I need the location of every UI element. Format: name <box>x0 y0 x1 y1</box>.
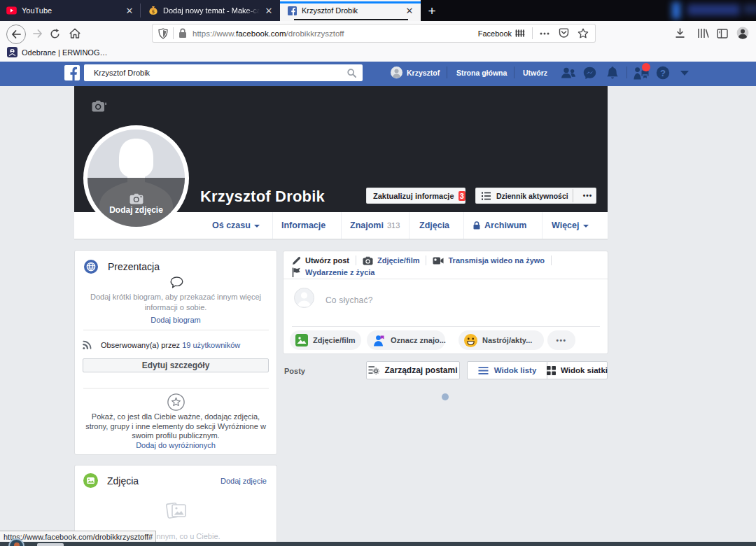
list-view-button[interactable]: Widok listy <box>467 361 547 379</box>
header-home-link[interactable]: Strona główna <box>456 69 507 77</box>
speech-bubble-icon <box>169 276 183 288</box>
search-icon[interactable] <box>347 69 356 78</box>
composer-tab-photo-video[interactable]: Zdjęcie/film <box>363 255 420 265</box>
help-icon[interactable]: ? <box>656 66 670 80</box>
composer-tab-life-event[interactable]: Wydarzenie z życia <box>292 267 374 277</box>
followers-row: Obserwowany(a) przez 19 użytkowników <box>82 340 240 350</box>
header-avatar[interactable] <box>391 66 402 78</box>
update-info-button[interactable]: Zaktualizuj informacje 3 <box>366 188 465 204</box>
url-text: https://www.facebook.com/drobikkrzysztof… <box>192 29 344 38</box>
activity-log-icon <box>482 192 491 200</box>
tab-friends[interactable]: Znajomi 313 <box>350 212 400 239</box>
messenger-icon[interactable] <box>583 66 596 80</box>
grid-view-label: Widok siatki <box>561 366 608 374</box>
tab-youtube[interactable]: YouTube ✕ <box>0 0 141 21</box>
cover-camera-icon[interactable] <box>92 99 106 112</box>
composer-separator <box>551 255 552 265</box>
pill-label: Nastrój/akty... <box>482 336 532 344</box>
add-featured-link[interactable]: Dodaj do wyróżnionych <box>75 441 276 449</box>
photos-card-header: Zdjęcia <box>83 473 139 488</box>
browser-tab-strip: YouTube ✕ $ Dodaj nowy temat - Make-cash… <box>0 0 756 21</box>
pocket-icon[interactable] <box>559 28 569 38</box>
add-photo-label[interactable]: Dodaj zdjęcie <box>88 205 185 215</box>
tab-label: Informacje <box>281 220 326 230</box>
grid-view-button[interactable]: Widok siatki <box>547 361 608 379</box>
composer-tab-live-video[interactable]: Transmisja wideo na żywo <box>433 255 545 265</box>
container-label: Facebook <box>478 29 512 38</box>
tab-label: Archiwum <box>484 220 526 230</box>
notifications-bell-icon[interactable] <box>606 66 620 80</box>
pill-more-options[interactable]: ••• <box>547 330 575 350</box>
tab-close-icon[interactable]: ✕ <box>125 6 134 16</box>
nav-separator <box>272 212 273 239</box>
followed-prefix: Obserwowany(a) przez <box>101 341 182 349</box>
facebook-logo[interactable] <box>64 65 80 80</box>
activity-log-button[interactable]: Dziennik aktywności ••• <box>475 188 596 204</box>
tab-title: YouTube <box>22 6 120 15</box>
url-bar[interactable]: https://www.facebook.com/drobikkrzysztof… <box>153 24 595 42</box>
nav-separator <box>341 212 342 239</box>
page-actions-icon[interactable] <box>540 32 550 35</box>
downloads-icon[interactable] <box>673 27 687 40</box>
add-photo-link[interactable]: Dodaj zdjęcie <box>220 477 267 485</box>
intro-globe-icon <box>84 260 98 274</box>
pill-feeling-activity[interactable]: Nastrój/akty... <box>458 330 544 350</box>
manage-posts-button[interactable]: Zarządzaj postami <box>366 361 460 379</box>
lock-icon[interactable] <box>178 28 187 38</box>
search-input[interactable] <box>94 69 347 77</box>
bio-hint-line1: Dodaj krótki biogram, aby przekazać inny… <box>90 293 261 301</box>
home-button[interactable] <box>68 27 82 40</box>
pill-photo-video[interactable]: Zdjęcie/film <box>290 330 361 350</box>
more-options-button[interactable]: ••• <box>579 188 596 204</box>
loading-spinner-dot <box>442 393 449 400</box>
moneybag-favicon: $ <box>148 6 158 15</box>
tab-label: Oś czasu <box>212 220 251 230</box>
bookmark-star-icon[interactable] <box>578 28 589 38</box>
profile-picture[interactable]: Dodaj zdjęcie <box>83 125 189 231</box>
active-tab-stripe <box>280 1 421 4</box>
tab-close-icon[interactable]: ✕ <box>264 6 274 16</box>
add-bio-link[interactable]: Dodaj biogram <box>75 316 276 324</box>
new-tab-button[interactable]: + <box>423 3 441 20</box>
tab-timeline[interactable]: Oś czasu <box>212 212 260 239</box>
library-icon[interactable] <box>695 27 710 40</box>
pencil-icon <box>292 256 301 265</box>
composer-tab-create-post[interactable]: Utwórz post <box>292 255 349 265</box>
tab-more[interactable]: Więcej <box>552 212 589 239</box>
bookmark-item[interactable]: Odebrane | ERWINOG… <box>7 47 107 57</box>
tab-archive[interactable]: Archiwum <box>473 212 526 239</box>
back-button[interactable] <box>6 24 26 44</box>
forward-button[interactable] <box>31 27 45 40</box>
taskbar-edge <box>0 542 756 546</box>
header-create-link[interactable]: Utwórz <box>523 69 547 77</box>
featured-line1: Pokaż, co jest dla Ciebie ważne, dodając… <box>92 412 260 421</box>
status-link-url: https://www.facebook.com/drobikkrzysztof… <box>4 533 153 541</box>
update-info-badge: 3 <box>458 191 465 201</box>
followers-link[interactable]: 19 użytkowników <box>182 341 240 349</box>
grid-view-icon <box>547 366 556 375</box>
pill-tag-friends[interactable]: Oznacz znajo... <box>367 330 445 350</box>
camera-icon <box>363 256 373 265</box>
tab-close-icon[interactable]: ✕ <box>405 6 414 16</box>
composer-placeholder[interactable]: Co słychać? <box>326 295 373 305</box>
composer-tab-label: Wydarzenie z życia <box>305 267 374 277</box>
composer-divider <box>292 326 600 327</box>
caret-down-icon <box>254 225 260 227</box>
taskbar-button-hint <box>37 543 64 546</box>
sidebar-toggle-icon[interactable] <box>715 27 729 40</box>
bio-hint-text: Dodaj krótki biogram, aby przekazać inny… <box>75 292 276 313</box>
tab-label: Więcej <box>552 220 580 230</box>
tab-about[interactable]: Informacje <box>281 212 326 239</box>
tracking-shield-icon[interactable] <box>158 28 168 39</box>
account-menu-caret[interactable] <box>680 71 689 76</box>
list-view-icon <box>478 367 489 374</box>
edit-details-button[interactable]: Edytuj szczegóły <box>83 358 269 372</box>
account-icon[interactable] <box>736 26 750 40</box>
header-user-link[interactable]: Krzysztof <box>407 69 440 77</box>
update-info-label: Zaktualizuj informacje <box>373 192 454 200</box>
composer-avatar <box>294 288 314 308</box>
friend-requests-icon[interactable] <box>561 67 576 78</box>
tab-makecash[interactable]: $ Dodaj nowy temat - Make-cash ✕ <box>141 0 280 21</box>
tab-photos[interactable]: Zdjęcia <box>419 212 449 239</box>
reload-button[interactable] <box>48 27 62 40</box>
